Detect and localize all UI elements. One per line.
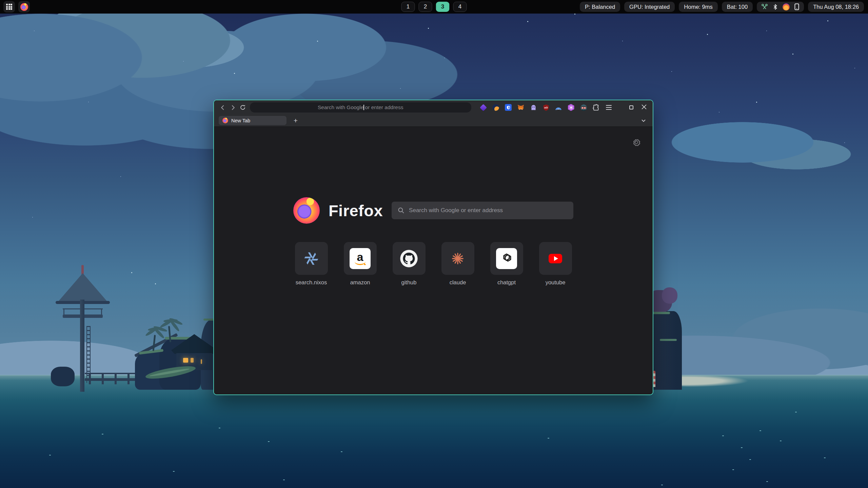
close-icon bbox=[642, 104, 647, 109]
shortcut-youtube[interactable]: youtube bbox=[539, 242, 572, 286]
navigation-toolbar: uO bbox=[214, 100, 653, 115]
close-button[interactable] bbox=[642, 104, 647, 111]
firefox-wordmark: Firefox bbox=[329, 201, 383, 220]
power-profile-indicator[interactable]: P: Balanced bbox=[580, 2, 620, 12]
workspace-button-1[interactable]: 1 bbox=[401, 2, 415, 12]
extensions-row: uO bbox=[479, 103, 613, 112]
extension-ublock-icon[interactable]: uO bbox=[541, 103, 550, 112]
shortcut-label: github bbox=[401, 279, 417, 286]
shortcut-label: amazon bbox=[350, 279, 370, 286]
shortcut-chatgpt[interactable]: chatgpt bbox=[490, 242, 523, 286]
extensions-puzzle-button[interactable] bbox=[592, 103, 600, 112]
youtube-play-icon bbox=[549, 254, 562, 263]
reload-button[interactable] bbox=[238, 102, 248, 113]
tab-title: New Tab bbox=[231, 118, 250, 123]
url-input[interactable] bbox=[250, 104, 471, 110]
gpu-indicator[interactable]: GPU: Integrated bbox=[624, 2, 675, 12]
shortcut-label: youtube bbox=[546, 279, 566, 286]
tab-strip: New Tab + bbox=[214, 115, 653, 127]
newtab-search-input[interactable] bbox=[409, 207, 567, 214]
maximize-icon bbox=[629, 105, 633, 109]
amazon-smile-icon bbox=[355, 261, 366, 265]
shortcut-claude[interactable]: claude bbox=[441, 242, 474, 286]
forward-button[interactable] bbox=[228, 102, 238, 113]
newtab-hero: Firefox bbox=[214, 127, 653, 224]
shortcut-label: search.nixos bbox=[296, 279, 327, 286]
reload-icon bbox=[240, 104, 246, 110]
chevron-down-icon bbox=[641, 118, 646, 123]
search-icon bbox=[398, 207, 405, 214]
workspace-button-3-active[interactable]: 3 bbox=[436, 2, 450, 12]
shortcut-github[interactable]: github bbox=[393, 242, 426, 286]
battery-indicator[interactable]: Bat: 100 bbox=[722, 2, 753, 12]
text-cursor bbox=[363, 105, 364, 110]
workspace-button-2[interactable]: 2 bbox=[419, 2, 432, 12]
bluetooth-icon bbox=[772, 4, 778, 10]
amazon-letter: a bbox=[357, 252, 363, 262]
tab-new-tab[interactable]: New Tab bbox=[219, 116, 287, 125]
statusbar-right: P: Balanced GPU: Integrated Home: 9ms Ba… bbox=[580, 2, 864, 12]
chatgpt-icon bbox=[496, 248, 517, 269]
statusbar-left bbox=[3, 1, 30, 13]
shortcut-tiles: search.nixos a amazon bbox=[214, 242, 653, 286]
url-bar[interactable] bbox=[250, 102, 471, 113]
chatgpt-tile bbox=[490, 242, 523, 275]
clock[interactable]: Thu Aug 08, 18:26 bbox=[808, 2, 864, 12]
shortcut-label: claude bbox=[450, 279, 466, 286]
list-all-tabs-button[interactable] bbox=[639, 117, 648, 125]
shortcut-search-nixos[interactable]: search.nixos bbox=[295, 242, 328, 286]
shortcut-label: chatgpt bbox=[497, 279, 516, 286]
youtube-tile bbox=[539, 242, 572, 275]
menu-button[interactable] bbox=[604, 103, 613, 112]
extension-nordvpn-icon[interactable] bbox=[554, 103, 563, 112]
system-tray[interactable] bbox=[757, 2, 804, 12]
new-tab-button[interactable]: + bbox=[291, 116, 300, 125]
status-bar: 1 2 3 4 P: Balanced GPU: Integrated Home… bbox=[0, 0, 868, 14]
back-icon bbox=[220, 105, 226, 110]
github-octocat-icon bbox=[399, 249, 418, 268]
extension-metamask-icon[interactable] bbox=[516, 103, 525, 112]
claude-starburst-icon bbox=[450, 251, 466, 266]
firefox-window: uO bbox=[213, 100, 653, 395]
extension-ghostery-icon[interactable] bbox=[529, 103, 538, 112]
window-controls bbox=[621, 104, 647, 111]
nixos-tile bbox=[295, 242, 328, 275]
nixos-snowflake-icon bbox=[303, 251, 319, 266]
extension-bitwarden-icon[interactable] bbox=[504, 103, 513, 112]
new-tab-page: Firefox bbox=[214, 127, 653, 394]
extension-goggle-face-icon[interactable] bbox=[579, 103, 588, 112]
firefox-icon bbox=[20, 3, 28, 11]
extension-hexagon-icon[interactable] bbox=[567, 103, 575, 112]
svg-text:uO: uO bbox=[544, 106, 548, 109]
small-rock bbox=[51, 367, 75, 386]
workspace-button-4[interactable]: 4 bbox=[453, 2, 467, 12]
app-launcher-button[interactable] bbox=[3, 1, 15, 13]
scissors-icon bbox=[761, 3, 768, 10]
amazon-tile: a bbox=[344, 242, 377, 275]
firefox-tray-icon bbox=[783, 3, 790, 11]
github-tile bbox=[393, 242, 426, 275]
back-button[interactable] bbox=[218, 102, 228, 113]
personalize-button[interactable] bbox=[632, 138, 640, 146]
desktop-screen: 1 2 3 4 P: Balanced GPU: Integrated Home… bbox=[0, 0, 868, 488]
newtab-search-bar[interactable] bbox=[392, 202, 573, 219]
shortcut-amazon[interactable]: a amazon bbox=[344, 242, 377, 286]
firefox-launcher-button[interactable] bbox=[18, 1, 30, 13]
phone-icon bbox=[794, 3, 800, 10]
maximize-button[interactable] bbox=[629, 105, 633, 109]
firefox-logo bbox=[293, 197, 320, 224]
apps-grid-icon bbox=[6, 4, 12, 10]
forward-icon bbox=[230, 105, 236, 110]
extension-purple-diamond-icon[interactable] bbox=[479, 103, 488, 112]
gear-icon bbox=[632, 138, 640, 146]
network-latency-indicator[interactable]: Home: 9ms bbox=[679, 2, 717, 12]
tab-favicon-firefox bbox=[222, 118, 228, 123]
workspace-switcher: 1 2 3 4 bbox=[401, 2, 467, 12]
claude-tile bbox=[441, 242, 474, 275]
amazon-icon: a bbox=[350, 248, 371, 269]
hamburger-icon bbox=[606, 105, 612, 110]
extension-globe-icon[interactable] bbox=[491, 103, 500, 112]
